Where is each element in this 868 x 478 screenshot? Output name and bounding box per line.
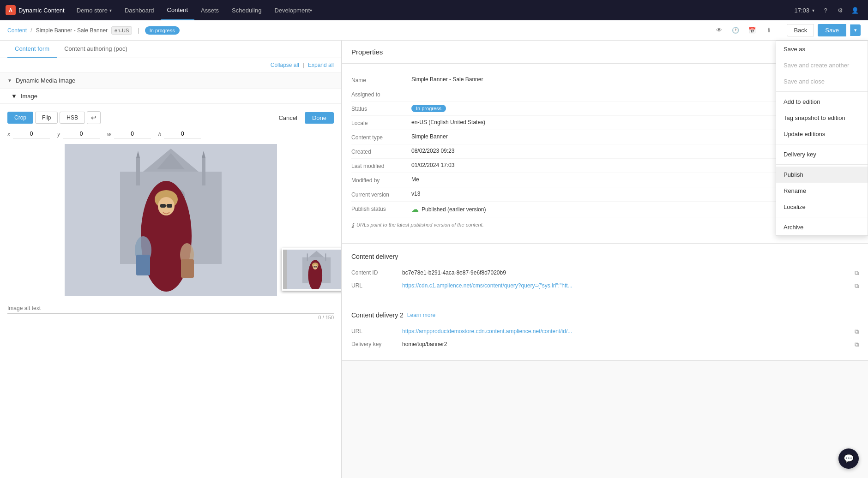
form-area: Collapse all | Expand all ▼ Dynamic Medi… bbox=[0, 58, 341, 478]
delivery-title: Content delivery bbox=[351, 253, 859, 260]
left-panel: Content form Content authoring (poc) Col… bbox=[0, 41, 342, 478]
prop-status-label: Status bbox=[351, 105, 411, 112]
calendar-icon[interactable]: 📅 bbox=[746, 24, 759, 37]
nav-development[interactable]: Development bbox=[268, 0, 319, 20]
alt-text-area: 0 / 150 bbox=[7, 303, 334, 320]
nav-time: 17:03 ▾ bbox=[790, 7, 818, 14]
brand-icon: A bbox=[6, 5, 16, 15]
published-icon: ☁ bbox=[411, 205, 419, 214]
history-icon[interactable]: 🕐 bbox=[729, 24, 742, 37]
breadcrumb-content[interactable]: Content bbox=[7, 27, 27, 34]
coord-y: y bbox=[57, 130, 100, 138]
cancel-button[interactable]: Cancel bbox=[273, 112, 302, 124]
user-icon[interactable]: 👤 bbox=[848, 3, 862, 18]
nav-scheduling[interactable]: Scheduling bbox=[225, 0, 268, 20]
subsection-chevron-icon: ▼ bbox=[11, 93, 17, 100]
info-icon[interactable]: ℹ bbox=[762, 24, 775, 37]
done-button[interactable]: Done bbox=[305, 112, 334, 124]
nav-dashboard[interactable]: Dashboard bbox=[118, 0, 161, 20]
prop-created-label: Created bbox=[351, 148, 411, 155]
flip-button[interactable]: Flip bbox=[35, 112, 58, 124]
delivery2-url-value[interactable]: https://ampproductdemostore.cdn.content.… bbox=[402, 328, 852, 335]
crop-coords: x y w h bbox=[7, 130, 334, 138]
chat-button[interactable]: 💬 bbox=[838, 448, 859, 469]
copy-url-icon[interactable]: ⧉ bbox=[855, 282, 859, 290]
learn-more-link[interactable]: Learn more bbox=[407, 312, 435, 318]
settings-icon[interactable]: ⚙ bbox=[833, 3, 848, 18]
thumbnail-preview bbox=[282, 248, 342, 291]
prop-version-label: Current version bbox=[351, 191, 411, 198]
main-layout: Content form Content authoring (poc) Col… bbox=[0, 41, 868, 478]
nav-content[interactable]: Content bbox=[161, 0, 195, 20]
coord-x: x bbox=[7, 130, 50, 138]
info-note-text: URLs point to the latest published versi… bbox=[356, 222, 484, 227]
delivery-url-row: URL https://cdn.c1.amplience.net/cms/con… bbox=[351, 280, 859, 293]
menu-save-as[interactable]: Save as bbox=[776, 41, 868, 57]
char-count: 0 / 150 bbox=[7, 315, 334, 320]
breadcrumb-bar: Content / Simple Banner - Sale Banner en… bbox=[0, 20, 868, 41]
save-button[interactable]: Save bbox=[818, 24, 846, 36]
menu-publish[interactable]: Publish bbox=[776, 167, 868, 183]
tab-content-form[interactable]: Content form bbox=[7, 41, 57, 58]
divider bbox=[781, 26, 781, 35]
delivery-url-label: URL bbox=[351, 282, 402, 289]
info-circle-icon: ℹ bbox=[351, 222, 354, 229]
menu-update-editions[interactable]: Update editions bbox=[776, 126, 868, 142]
nav-store[interactable]: Demo store ▾ bbox=[70, 0, 118, 20]
menu-tag-snapshot[interactable]: Tag snapshot to edition bbox=[776, 110, 868, 126]
crop-button[interactable]: Crop bbox=[7, 112, 33, 124]
status-badge: In progress bbox=[145, 26, 180, 35]
delivery-id-row: Content ID bc7e78e1-b291-4aca-8e87-9e6f8… bbox=[351, 267, 859, 280]
x-input[interactable] bbox=[13, 130, 50, 138]
section-dynamic-media[interactable]: ▼ Dynamic Media Image bbox=[0, 72, 341, 89]
h-label: h bbox=[158, 131, 162, 137]
time-dropdown-icon: ▾ bbox=[812, 8, 814, 13]
nav-assets[interactable]: Assets bbox=[194, 0, 225, 20]
tabs-bar: Content form Content authoring (poc) bbox=[0, 41, 341, 58]
svg-rect-13 bbox=[160, 204, 166, 208]
prop-modified-by-label: Modified by bbox=[351, 176, 411, 184]
svg-rect-17 bbox=[136, 255, 150, 275]
menu-divider-2 bbox=[776, 144, 868, 144]
delivery-section: Content delivery Content ID bc7e78e1-b29… bbox=[342, 244, 868, 302]
copy-url2-icon[interactable]: ⧉ bbox=[855, 328, 859, 335]
prop-name-label: Name bbox=[351, 76, 411, 84]
prop-pub-status-label: Publish status bbox=[351, 205, 411, 212]
svg-rect-5 bbox=[202, 158, 205, 185]
menu-rename[interactable]: Rename bbox=[776, 183, 868, 199]
menu-localize[interactable]: Localize bbox=[776, 199, 868, 215]
delivery-key-row: Delivery key home/top/banner2 ⧉ bbox=[351, 338, 859, 351]
delivery-url-value[interactable]: https://cdn.c1.amplience.net/cms/content… bbox=[402, 282, 852, 289]
preview-icon[interactable]: 👁 bbox=[712, 24, 725, 37]
main-image bbox=[65, 144, 277, 296]
delivery2-title: Content delivery 2 bbox=[351, 311, 404, 319]
image-canvas bbox=[65, 144, 277, 298]
undo-button[interactable]: ↩ bbox=[87, 111, 101, 124]
prop-locale-label: Locale bbox=[351, 119, 411, 126]
copy-id-icon[interactable]: ⧉ bbox=[855, 269, 859, 277]
tab-content-authoring[interactable]: Content authoring (poc) bbox=[57, 41, 135, 58]
x-label: x bbox=[7, 131, 10, 137]
prop-content-type-label: Content type bbox=[351, 133, 411, 141]
subsection-image[interactable]: ▼ Image bbox=[0, 89, 341, 104]
editor-toolbar: Crop Flip HSB ↩ Cancel Done bbox=[7, 111, 334, 124]
top-nav: A Dynamic Content Demo store ▾ Dashboard… bbox=[0, 0, 868, 20]
alt-text-input[interactable] bbox=[7, 303, 334, 314]
menu-archive[interactable]: Archive bbox=[776, 219, 868, 235]
menu-delivery-key[interactable]: Delivery key bbox=[776, 146, 868, 162]
save-dropdown-button[interactable]: ▾ bbox=[850, 24, 861, 36]
h-input[interactable] bbox=[164, 130, 201, 138]
expand-all-btn[interactable]: Expand all bbox=[308, 62, 334, 68]
y-input[interactable] bbox=[63, 130, 100, 138]
hsb-button[interactable]: HSB bbox=[60, 112, 85, 124]
store-chevron-icon: ▾ bbox=[109, 8, 112, 13]
brand-name: Dynamic Content bbox=[18, 7, 65, 14]
w-input[interactable] bbox=[114, 130, 151, 138]
copy-key-icon[interactable]: ⧉ bbox=[855, 341, 859, 348]
back-button[interactable]: Back bbox=[787, 24, 814, 36]
menu-add-edition[interactable]: Add to edition bbox=[776, 94, 868, 110]
help-icon[interactable]: ? bbox=[818, 3, 833, 18]
svg-rect-23 bbox=[307, 253, 307, 261]
delivery2-url-label: URL bbox=[351, 328, 402, 335]
collapse-all-btn[interactable]: Collapse all bbox=[271, 62, 299, 68]
